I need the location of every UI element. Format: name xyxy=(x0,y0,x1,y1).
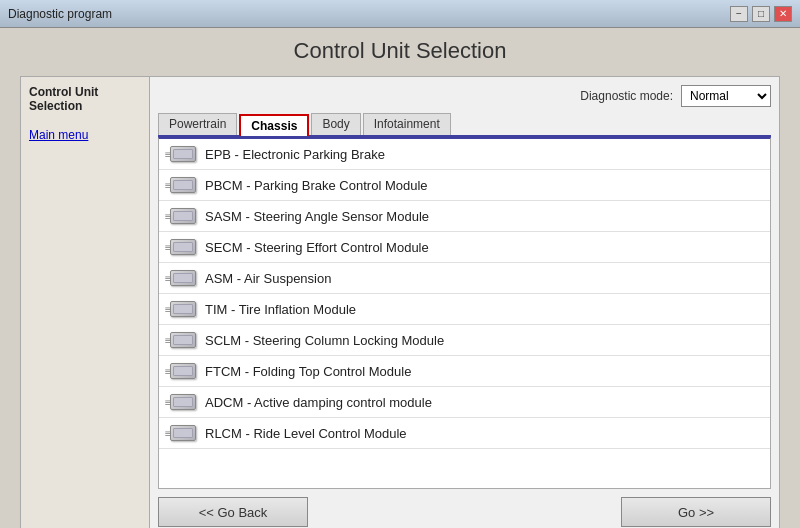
item-label: SECM - Steering Effort Control Module xyxy=(205,240,429,255)
tabs-row: Powertrain Chassis Body Infotainment xyxy=(158,113,771,137)
ecu-icon xyxy=(169,392,197,412)
item-label: TIM - Tire Inflation Module xyxy=(205,302,356,317)
item-label: FTCM - Folding Top Control Module xyxy=(205,364,411,379)
content-area: Control Unit Selection Main menu Diagnos… xyxy=(20,76,780,528)
ecu-icon xyxy=(169,206,197,226)
list-item[interactable]: SCLM - Steering Column Locking Module xyxy=(159,325,770,356)
go-button[interactable]: Go >> xyxy=(621,497,771,527)
close-button[interactable]: ✕ xyxy=(774,6,792,22)
sidebar-title: Control Unit Selection xyxy=(29,85,141,113)
ecu-icon xyxy=(169,144,197,164)
bottom-buttons: << Go Back Go >> xyxy=(158,497,771,527)
diagnostic-mode-select[interactable]: Normal Extended Developer xyxy=(681,85,771,107)
ecu-icon xyxy=(169,299,197,319)
ecu-icon xyxy=(169,330,197,350)
tab-powertrain[interactable]: Powertrain xyxy=(158,113,237,135)
ecu-icon xyxy=(169,268,197,288)
sidebar: Control Unit Selection Main menu xyxy=(20,76,150,528)
window-controls: − □ ✕ xyxy=(730,6,792,22)
tab-body[interactable]: Body xyxy=(311,113,360,135)
main-window: Control Unit Selection Control Unit Sele… xyxy=(0,28,800,528)
ecu-icon xyxy=(169,361,197,381)
list-item[interactable]: RLCM - Ride Level Control Module xyxy=(159,418,770,449)
main-panel: Diagnostic mode: Normal Extended Develop… xyxy=(150,76,780,528)
diagnostic-mode-label: Diagnostic mode: xyxy=(580,89,673,103)
maximize-button[interactable]: □ xyxy=(752,6,770,22)
list-item[interactable]: SECM - Steering Effort Control Module xyxy=(159,232,770,263)
list-item[interactable]: ADCM - Active damping control module xyxy=(159,387,770,418)
item-label: SASM - Steering Angle Sensor Module xyxy=(205,209,429,224)
diagnostic-mode-row: Diagnostic mode: Normal Extended Develop… xyxy=(158,85,771,107)
list-item[interactable]: PBCM - Parking Brake Control Module xyxy=(159,170,770,201)
ecu-icon xyxy=(169,175,197,195)
page-title: Control Unit Selection xyxy=(20,38,780,64)
title-bar: Diagnostic program − □ ✕ xyxy=(0,0,800,28)
item-label: SCLM - Steering Column Locking Module xyxy=(205,333,444,348)
go-back-button[interactable]: << Go Back xyxy=(158,497,308,527)
tab-chassis[interactable]: Chassis xyxy=(239,114,309,136)
list-item[interactable]: SASM - Steering Angle Sensor Module xyxy=(159,201,770,232)
module-list-container: EPB - Electronic Parking Brake PBCM - Pa… xyxy=(158,137,771,489)
item-label: EPB - Electronic Parking Brake xyxy=(205,147,385,162)
item-label: ASM - Air Suspension xyxy=(205,271,331,286)
item-label: PBCM - Parking Brake Control Module xyxy=(205,178,428,193)
main-menu-link[interactable]: Main menu xyxy=(29,128,88,142)
item-label: RLCM - Ride Level Control Module xyxy=(205,426,407,441)
list-item[interactable]: ASM - Air Suspension xyxy=(159,263,770,294)
item-label: ADCM - Active damping control module xyxy=(205,395,432,410)
minimize-button[interactable]: − xyxy=(730,6,748,22)
list-item[interactable]: FTCM - Folding Top Control Module xyxy=(159,356,770,387)
tab-infotainment[interactable]: Infotainment xyxy=(363,113,451,135)
list-item[interactable]: TIM - Tire Inflation Module xyxy=(159,294,770,325)
module-list-scroll[interactable]: EPB - Electronic Parking Brake PBCM - Pa… xyxy=(159,139,770,488)
list-item[interactable]: EPB - Electronic Parking Brake xyxy=(159,139,770,170)
window-title: Diagnostic program xyxy=(8,7,112,21)
ecu-icon xyxy=(169,237,197,257)
ecu-icon xyxy=(169,423,197,443)
